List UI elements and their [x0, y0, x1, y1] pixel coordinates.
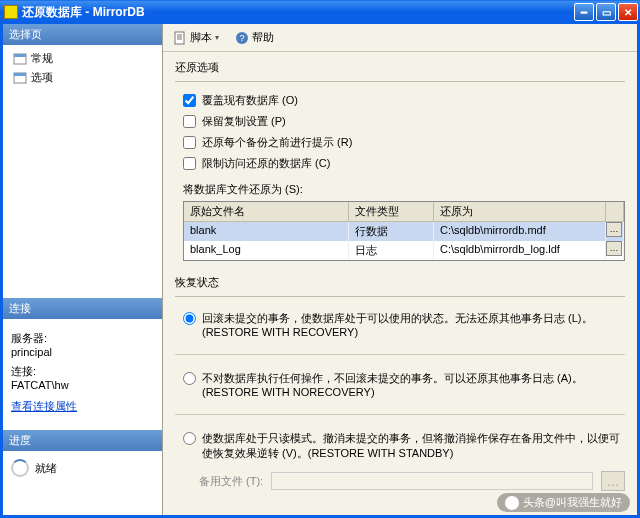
toolbar: 脚本 ▾ ? 帮助: [163, 24, 637, 52]
connection-header: 连接: [3, 298, 162, 319]
table-row[interactable]: blank 行数据 C:\sqldb\mirrordb.mdf …: [184, 222, 624, 241]
restore-files-table: 原始文件名 文件类型 还原为 blank 行数据 C:\sqldb\mirror…: [183, 201, 625, 261]
progress-status: 就绪: [35, 461, 57, 476]
prompt-checkbox-row[interactable]: 还原每个备份之前进行提示 (R): [175, 132, 625, 153]
watermark-text: 头条@叫我强生就好: [523, 495, 622, 510]
window-title: 还原数据库 - MirrorDB: [22, 4, 574, 21]
view-connection-properties-link[interactable]: 查看连接属性: [11, 399, 77, 414]
standby-browse-button: …: [601, 471, 625, 491]
col-original[interactable]: 原始文件名: [184, 202, 349, 222]
restrict-checkbox-row[interactable]: 限制访问还原的数据库 (C): [175, 153, 625, 174]
overwrite-checkbox[interactable]: [183, 94, 196, 107]
recovery-state-title: 恢复状态: [175, 275, 625, 290]
browse-button[interactable]: …: [606, 222, 622, 237]
help-label: 帮助: [252, 30, 274, 45]
preserve-label: 保留复制设置 (P): [202, 114, 286, 129]
norecovery-label: 不对数据库执行任何操作，不回滚未提交的事务。可以还原其他事务日志 (A)。(RE…: [202, 371, 621, 398]
server-value: principal: [11, 346, 154, 358]
restrict-checkbox[interactable]: [183, 157, 196, 170]
svg-rect-4: [175, 32, 184, 44]
close-button[interactable]: ✕: [618, 3, 638, 21]
preserve-checkbox[interactable]: [183, 115, 196, 128]
app-icon: [4, 5, 18, 19]
sidebar-item-label: 常规: [31, 51, 53, 66]
col-type[interactable]: 文件类型: [349, 202, 434, 222]
restore-options-title: 还原选项: [175, 60, 625, 75]
main-panel: 脚本 ▾ ? 帮助 还原选项 覆盖现有数据库 (O) 保留复制设置 (P): [163, 24, 637, 515]
cell-as: C:\sqldb\mirrordb_log.ldf: [434, 241, 606, 260]
script-label: 脚本: [190, 30, 212, 45]
progress-header: 进度: [3, 430, 162, 451]
standby-label: 使数据库处于只读模式。撤消未提交的事务，但将撤消操作保存在备用文件中，以便可使恢…: [202, 431, 621, 461]
script-button[interactable]: 脚本 ▾: [169, 28, 223, 47]
help-button[interactable]: ? 帮助: [231, 28, 278, 47]
overwrite-label: 覆盖现有数据库 (O): [202, 93, 298, 108]
sidebar-item-label: 选项: [31, 70, 53, 85]
cell-type: 行数据: [349, 222, 434, 241]
col-action: [606, 202, 624, 222]
sidebar-item-options[interactable]: 选项: [5, 68, 160, 87]
table-row[interactable]: blank_Log 日志 C:\sqldb\mirrordb_log.ldf …: [184, 241, 624, 260]
standby-file-row: 备用文件 (T): …: [199, 471, 625, 491]
chevron-down-icon: ▾: [215, 33, 219, 42]
watermark: 头条@叫我强生就好: [497, 493, 630, 512]
minimize-button[interactable]: ━: [574, 3, 594, 21]
standby-radio-row[interactable]: 使数据库处于只读模式。撤消未提交的事务，但将撤消操作保存在备用文件中，以便可使恢…: [175, 425, 625, 467]
prompt-label: 还原每个备份之前进行提示 (R): [202, 135, 352, 150]
sidebar-item-general[interactable]: 常规: [5, 49, 160, 68]
pages-header: 选择页: [3, 24, 162, 45]
cell-type: 日志: [349, 241, 434, 260]
title-bar: 还原数据库 - MirrorDB ━ ▭ ✕: [0, 0, 640, 24]
progress-body: 就绪: [3, 451, 162, 485]
svg-text:?: ?: [239, 33, 244, 43]
recovery-radio-standby[interactable]: [183, 432, 196, 445]
restrict-label: 限制访问还原的数据库 (C): [202, 156, 330, 171]
restore-files-label: 将数据库文件还原为 (S):: [183, 182, 625, 197]
norecovery-radio-row[interactable]: 不对数据库执行任何操作，不回滚未提交的事务。可以还原其他事务日志 (A)。(RE…: [175, 365, 625, 404]
page-icon: [13, 53, 27, 65]
sidebar: 选择页 常规 选项 连接 服务器: principal 连接: FATCAT\h…: [3, 24, 163, 515]
spinner-icon: [11, 459, 29, 477]
standby-file-label: 备用文件 (T):: [199, 474, 263, 489]
help-icon: ?: [235, 31, 249, 45]
recovery-radio-norecovery[interactable]: [183, 372, 196, 385]
prompt-checkbox[interactable]: [183, 136, 196, 149]
overwrite-checkbox-row[interactable]: 覆盖现有数据库 (O): [175, 90, 625, 111]
browse-button[interactable]: …: [606, 241, 622, 256]
script-icon: [173, 31, 187, 45]
recovery-radio-recovery[interactable]: [183, 312, 196, 325]
maximize-button[interactable]: ▭: [596, 3, 616, 21]
svg-rect-1: [14, 54, 26, 57]
recovery-label: 回滚未提交的事务，使数据库处于可以使用的状态。无法还原其他事务日志 (L)。(R…: [202, 311, 621, 338]
cell-orig: blank: [184, 222, 349, 241]
col-restore-as[interactable]: 还原为: [434, 202, 606, 222]
cell-as: C:\sqldb\mirrordb.mdf: [434, 222, 606, 241]
conn-value: FATCAT\hw: [11, 379, 154, 391]
preserve-checkbox-row[interactable]: 保留复制设置 (P): [175, 111, 625, 132]
standby-file-input: [271, 472, 593, 490]
server-label: 服务器:: [11, 331, 154, 346]
window-buttons: ━ ▭ ✕: [574, 3, 638, 21]
conn-label: 连接:: [11, 364, 154, 379]
page-icon: [13, 72, 27, 84]
svg-rect-3: [14, 73, 26, 76]
avatar-icon: [505, 496, 519, 510]
recovery-radio-row[interactable]: 回滚未提交的事务，使数据库处于可以使用的状态。无法还原其他事务日志 (L)。(R…: [175, 305, 625, 344]
cell-orig: blank_Log: [184, 241, 349, 260]
connection-info: 服务器: principal 连接: FATCAT\hw 查看连接属性: [3, 319, 162, 420]
